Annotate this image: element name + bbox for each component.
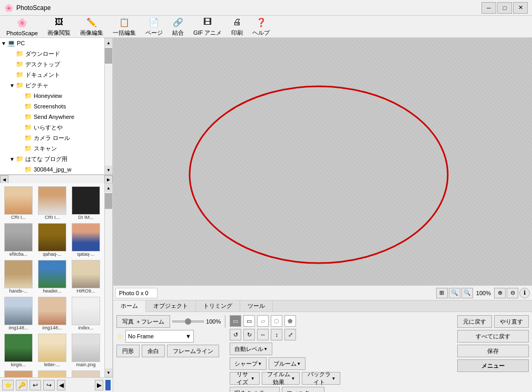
menu-item-help[interactable]: ❓ヘルプ <box>248 15 274 38</box>
thumb-scroll-up[interactable]: ▲ <box>105 184 112 192</box>
backlight-button[interactable]: バックライト <box>302 372 340 385</box>
thumb-scrollbar[interactable]: ▲ ▼ <box>104 183 113 377</box>
shape3-btn[interactable]: ▱ <box>257 315 269 327</box>
menu-button[interactable]: メニュー <box>457 359 529 372</box>
flip2-btn[interactable]: ↕ <box>271 329 282 340</box>
revert-all-button[interactable]: すべてに戻す <box>457 330 529 343</box>
thumb-item-letter[interactable]: letter-... <box>36 333 68 368</box>
circle-button[interactable]: 円形 <box>116 345 140 357</box>
tree-item-pc[interactable]: ▼💻PC <box>0 38 104 48</box>
maximize-button[interactable]: □ <box>497 2 512 14</box>
tree-item-irasutoya[interactable]: 📁いらすとや <box>0 122 104 133</box>
tab-object[interactable]: オブジェクト <box>146 300 196 311</box>
resize-button[interactable]: リサイズ <box>230 372 259 385</box>
auto-level-button[interactable]: 自動レベル <box>230 343 272 355</box>
menu-item-viewer[interactable]: 🖼画像閲覧 <box>43 15 75 38</box>
rotate1-btn[interactable]: ↺ <box>230 329 241 340</box>
undo-button[interactable]: 元に戻す <box>457 315 492 328</box>
tree-item-pictures[interactable]: ▼📁ピクチャ <box>0 80 104 91</box>
thumb-item-person6[interactable]: ... <box>70 369 102 377</box>
rotate-left-button[interactable]: ↩ <box>29 380 41 390</box>
menu-item-photoscape[interactable]: 🌸PhotoScape <box>2 16 42 37</box>
thumb-scroll-thumb[interactable] <box>105 193 112 209</box>
thumb-item-hiro9[interactable]: HIRO9... <box>70 259 102 295</box>
tree-item-camera-roll[interactable]: 📁カメラ ロール <box>0 133 104 143</box>
menu-item-page[interactable]: 📄ページ <box>141 15 167 38</box>
h-scroll-left[interactable]: ◀ <box>0 175 8 184</box>
thumb-item-img148a[interactable]: img148... <box>2 296 35 331</box>
info-btn[interactable]: ℹ <box>519 288 530 298</box>
tree-scrollbar[interactable]: ▲ ▼ <box>104 38 113 175</box>
film-effect-button[interactable]: フイルム効果 <box>262 372 300 385</box>
thumb-item-qahaq[interactable]: qahaq-... <box>36 222 68 258</box>
sharp-button[interactable]: シャープ <box>230 357 267 370</box>
next-button[interactable]: ▶ <box>95 380 103 390</box>
thumb-item-img148b[interactable]: img148... <box>36 296 68 331</box>
zoom-out-btn[interactable]: ⊖ <box>507 288 518 298</box>
zoom-out-small[interactable]: 🔍 <box>449 288 460 298</box>
tree-item-download[interactable]: 📁ダウンロード <box>0 48 104 59</box>
tree-item-scan[interactable]: 📁スキャン <box>0 143 104 154</box>
shape5-btn[interactable]: ⬟ <box>284 315 296 327</box>
tab-home[interactable]: ホーム <box>113 300 146 312</box>
favorite-button[interactable]: ☆ <box>116 332 123 340</box>
shape4-btn[interactable]: ⬡ <box>271 315 282 327</box>
margin-button[interactable]: 余白 <box>142 345 165 357</box>
minimize-button[interactable]: ─ <box>481 2 496 14</box>
thumb-item-ef9c8a[interactable]: ef9c8a... <box>2 222 35 258</box>
tree-item-documents[interactable]: 📁ドキュメント <box>0 69 104 80</box>
bloom-button[interactable]: ブルーム <box>269 357 306 370</box>
scroll-up[interactable]: ▲ <box>105 38 112 47</box>
tree-item-honeyview[interactable]: 📁Honeyview <box>0 91 104 101</box>
star-button[interactable]: ⭐ <box>2 380 14 390</box>
canvas-main[interactable] <box>113 38 532 285</box>
save-button[interactable]: 保存 <box>457 345 529 357</box>
shape2-btn[interactable]: ▭ <box>243 315 255 327</box>
scroll-down[interactable]: ▼ <box>105 166 112 174</box>
menu-item-gif[interactable]: 🎞GIF アニメ <box>189 15 226 38</box>
menu-item-combine[interactable]: 🔗結合 <box>168 15 188 38</box>
thumb-item-dim[interactable]: DI IM... <box>70 185 102 221</box>
tree-item-hatena-blog[interactable]: ▼📁はてな ブログ用 <box>0 154 104 164</box>
zoom-in-btn[interactable]: ⊕ <box>494 288 506 298</box>
photo-frame-button[interactable]: 写真 ＋フレーム <box>116 315 170 328</box>
tree-item-screenshots[interactable]: 📁Screenshots <box>0 101 104 112</box>
prev-button[interactable]: ◀ <box>57 380 65 390</box>
grid-btn[interactable]: ⊞ <box>436 288 448 298</box>
menu-item-editor[interactable]: ✏️画像編集 <box>76 15 107 38</box>
h-scroll-right[interactable]: ▶ <box>104 175 113 184</box>
thumb-scroll-down[interactable]: ▼ <box>105 368 112 377</box>
thumb-item-cri1[interactable]: CRI I... <box>2 185 35 221</box>
thumb-item-kirgis[interactable]: kirgis... <box>2 333 35 368</box>
thumb-item-person4[interactable]: ... <box>2 369 35 377</box>
key-button[interactable]: 🔑 <box>16 380 27 390</box>
redo-button[interactable]: やり直す <box>494 315 529 328</box>
thumb-item-header[interactable]: header... <box>36 259 68 295</box>
thumb-item-qataq[interactable]: qataq-... <box>70 222 102 258</box>
thumb-item-person5[interactable]: ... <box>36 369 68 377</box>
thumb-item-cri2[interactable]: CRI I... <box>36 185 68 221</box>
zoom-in-small[interactable]: 🔍 <box>461 288 473 298</box>
scroll-thumb[interactable] <box>105 48 112 64</box>
menu-item-print[interactable]: 🖨印刷 <box>227 15 247 38</box>
close-button[interactable]: ✕ <box>513 2 528 14</box>
brightness-button[interactable]: 明るさ,カラー <box>230 387 280 392</box>
tree-item-blog-300844[interactable]: 📁300844_jpg_w <box>0 164 104 175</box>
tab-trimming[interactable]: トリミング <box>196 300 240 311</box>
flip3-btn[interactable]: ⤢ <box>284 329 296 340</box>
frame-select[interactable]: No Frame ▼ <box>125 330 194 343</box>
tree-item-desktop[interactable]: 📁デスクトップ <box>0 59 104 69</box>
filter-button[interactable]: フィルター <box>282 387 324 392</box>
tab-tools[interactable]: ツール <box>240 300 273 311</box>
thumb-item-hands[interactable]: hands-... <box>2 259 35 295</box>
frame-slider[interactable] <box>172 320 204 323</box>
thumb-item-index[interactable]: index... <box>70 296 102 331</box>
rotate2-btn[interactable]: ↻ <box>243 329 255 340</box>
tree-item-send-anywhere[interactable]: 📁Send Anywhere <box>0 112 104 122</box>
flip1-btn[interactable]: ↔ <box>257 329 269 340</box>
thumb-item-main[interactable]: main.png <box>70 333 102 368</box>
shape1-btn[interactable]: ▭ <box>230 315 241 327</box>
rotate-right-button[interactable]: ↪ <box>43 380 55 390</box>
menu-item-batch[interactable]: 📋一括編集 <box>109 15 140 38</box>
frame-line-button[interactable]: フレームライン <box>167 345 219 357</box>
